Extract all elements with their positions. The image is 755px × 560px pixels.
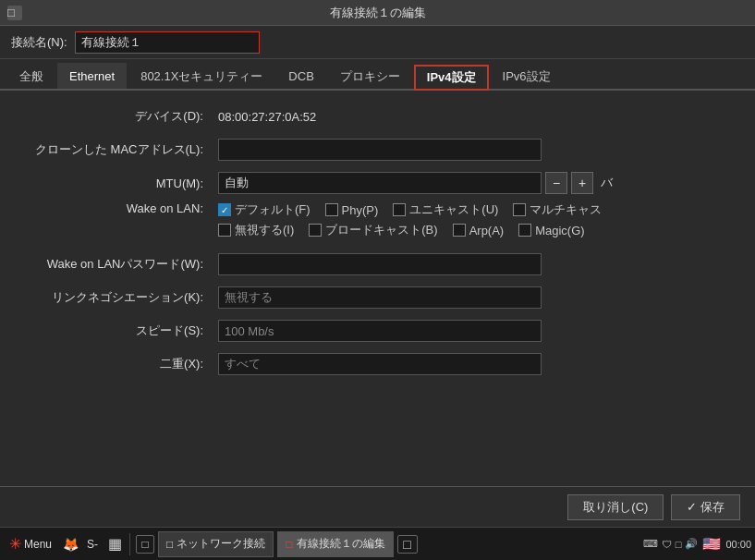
menu-star-icon: ✳ — [9, 535, 21, 553]
taskbar-edit-btn[interactable]: □ 有線接続１の編集 — [277, 531, 393, 557]
speed-label: スピード(S): — [15, 323, 218, 339]
window-icon: □ — [7, 6, 22, 20]
mtu-plus-button[interactable]: + — [571, 172, 593, 194]
cloned-mac-row: クローンした MACアドレス(L): — [15, 135, 740, 164]
wake-ignore-checkbox[interactable] — [218, 224, 231, 237]
app-icon-1[interactable]: S- — [83, 535, 102, 554]
speed-input[interactable] — [218, 320, 542, 342]
wake-ignore-label: 無視する(I) — [235, 222, 294, 238]
keyboard-icon: ⌨ — [643, 538, 658, 550]
wake-option-multicast: マルチキャス — [513, 201, 602, 218]
taskbar-network-btn[interactable]: □ ネットワーク接続 — [158, 531, 274, 557]
device-label: デバイス(D): — [15, 108, 218, 125]
mtu-minus-button[interactable]: − — [545, 172, 567, 194]
wake-broadcast-label: ブロードキャスト(B) — [325, 222, 437, 238]
wake-arp-label: Arp(A) — [469, 224, 505, 237]
tabs-bar: 全般 Ethernet 802.1Xセキュリティー DCB プロキシー IPv4… — [0, 59, 755, 91]
duplex-label: 二重(X): — [15, 356, 218, 372]
firefox-icon[interactable]: 🦊 — [61, 535, 79, 554]
wake-option-arp: Arp(A) — [453, 222, 505, 238]
mtu-row: MTU(M): − + バ — [15, 168, 740, 198]
device-value: 08:00:27:27:0A:52 — [218, 110, 316, 124]
taskbar: ✳ Menu 🦊 S- ▦ □ □ ネットワーク接続 □ 有線接続１の編集 □ … — [0, 527, 755, 560]
wake-multicast-label: マルチキャス — [530, 201, 602, 218]
window-title: 有線接続１の編集 — [330, 5, 426, 21]
wake-option-ignore: 無視する(I) — [218, 222, 294, 238]
speed-row: スピード(S): — [15, 316, 740, 346]
link-nego-input[interactable] — [218, 286, 542, 309]
app-icon-2[interactable]: ▦ — [105, 535, 124, 554]
link-nego-label: リンクネゴシエーション(K): — [15, 289, 218, 306]
monitor-icon: □ — [676, 539, 682, 550]
wake-option-default: デフォルト(F) — [218, 201, 311, 218]
content-area: デバイス(D): 08:00:27:27:0A:52 クローンした MACアドレ… — [0, 91, 755, 486]
wake-pwd-input[interactable] — [218, 253, 542, 275]
wake-pwd-row: Wake on LANパスワード(W): — [15, 250, 740, 279]
wake-default-label: デフォルト(F) — [235, 201, 311, 218]
edit-btn-icon: □ — [286, 538, 292, 551]
tab-802-security[interactable]: 802.1Xセキュリティー — [128, 63, 274, 89]
title-bar: □ 有線接続１の編集 — [0, 0, 755, 26]
wake-phy-checkbox[interactable] — [325, 203, 338, 216]
shield-icon: 🛡 — [662, 539, 672, 550]
wake-option-unicast: ユニキャスト(U) — [393, 201, 498, 218]
mtu-input[interactable] — [218, 172, 542, 194]
cancel-button[interactable]: 取り消し(C) — [567, 494, 664, 520]
edit-btn-label: 有線接続１の編集 — [297, 536, 385, 552]
cloned-mac-label: クローンした MACアドレス(L): — [15, 141, 218, 158]
wake-arp-checkbox[interactable] — [453, 224, 466, 237]
tab-ipv4[interactable]: IPv4設定 — [414, 65, 489, 91]
wake-broadcast-checkbox[interactable] — [309, 224, 322, 237]
wake-pwd-label: Wake on LANパスワード(W): — [15, 256, 218, 273]
mtu-input-area: − + バ — [218, 172, 613, 194]
clock: 00:00 — [725, 539, 751, 550]
device-row: デバイス(D): 08:00:27:27:0A:52 — [15, 102, 740, 131]
wake-multicast-checkbox[interactable] — [513, 203, 526, 216]
link-nego-row: リンクネゴシエーション(K): — [15, 283, 740, 312]
wake-unicast-checkbox[interactable] — [393, 203, 406, 216]
sound-icon: 🔊 — [685, 538, 698, 550]
mtu-extra-label: バ — [601, 175, 613, 191]
save-button[interactable]: ✓ 保存 — [671, 494, 740, 520]
tab-proxy[interactable]: プロキシー — [328, 63, 412, 89]
wake-magic-checkbox[interactable] — [518, 224, 531, 237]
tab-general[interactable]: 全般 — [7, 63, 55, 89]
wake-on-lan-row: Wake on LAN: デフォルト(F) Phy(P) ユニキャスト(U) マ… — [15, 201, 740, 246]
conn-name-label: 接続名(N): — [11, 34, 67, 51]
wake-options-group: デフォルト(F) Phy(P) ユニキャスト(U) マルチキャス 無視する(I)… — [218, 201, 680, 238]
duplex-input[interactable] — [218, 353, 542, 375]
network-btn-label: ネットワーク接続 — [177, 536, 265, 552]
wake-default-checkbox[interactable] — [218, 203, 231, 216]
taskbar-right: ⌨ 🛡 □ 🔊 🇺🇸 00:00 — [643, 538, 751, 551]
taskbar-menu-button[interactable]: ✳ Menu — [4, 533, 57, 554]
taskbar-extra-icon[interactable]: □ — [397, 535, 418, 554]
wake-option-broadcast: ブロードキャスト(B) — [309, 222, 437, 238]
flag-icon: 🇺🇸 — [701, 538, 722, 551]
conn-name-row: 接続名(N): — [0, 26, 755, 59]
network-btn-icon: □ — [166, 538, 173, 551]
wake-option-phy: Phy(P) — [325, 201, 379, 218]
taskbar-sep-1 — [129, 533, 130, 555]
cloned-mac-input[interactable] — [218, 139, 542, 161]
wake-unicast-label: ユニキャスト(U) — [409, 201, 498, 218]
duplex-row: 二重(X): — [15, 349, 740, 379]
conn-name-input[interactable] — [75, 31, 260, 54]
tab-ipv6[interactable]: IPv6設定 — [491, 63, 563, 89]
wake-option-magic: Magic(G) — [518, 222, 584, 238]
tab-ethernet[interactable]: Ethernet — [57, 63, 127, 89]
wake-magic-label: Magic(G) — [535, 224, 584, 237]
menu-label: Menu — [24, 538, 52, 551]
button-bar: 取り消し(C) ✓ 保存 — [0, 486, 755, 527]
desktop-icon[interactable]: □ — [136, 535, 154, 554]
mtu-label: MTU(M): — [15, 177, 218, 190]
tab-dcb[interactable]: DCB — [276, 63, 325, 89]
wake-phy-label: Phy(P) — [342, 203, 379, 217]
wake-on-lan-label: Wake on LAN: — [15, 201, 218, 215]
